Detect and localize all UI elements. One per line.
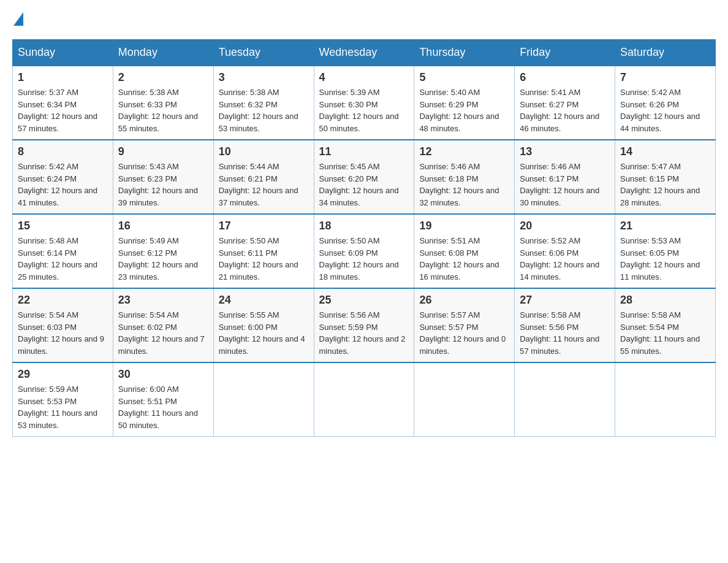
day-info: Sunrise: 5:43 AMSunset: 6:23 PMDaylight:… xyxy=(118,161,208,209)
day-info: Sunrise: 5:59 AMSunset: 5:53 PMDaylight:… xyxy=(18,383,108,431)
day-number: 12 xyxy=(419,145,509,158)
calendar-cell: 24Sunrise: 5:55 AMSunset: 6:00 PMDayligh… xyxy=(213,288,314,362)
day-number: 5 xyxy=(419,71,509,84)
calendar-cell: 15Sunrise: 5:48 AMSunset: 6:14 PMDayligh… xyxy=(13,214,113,288)
day-info: Sunrise: 5:42 AMSunset: 6:26 PMDaylight:… xyxy=(620,86,710,134)
day-number: 30 xyxy=(118,368,208,381)
day-number: 19 xyxy=(419,220,509,232)
week-row-1: 1Sunrise: 5:37 AMSunset: 6:34 PMDaylight… xyxy=(13,66,716,140)
day-number: 8 xyxy=(18,145,108,158)
day-number: 26 xyxy=(419,294,509,307)
day-info: Sunrise: 5:46 AMSunset: 6:18 PMDaylight:… xyxy=(419,161,509,209)
day-info: Sunrise: 5:44 AMSunset: 6:21 PMDaylight:… xyxy=(219,161,309,209)
day-number: 1 xyxy=(18,71,108,84)
day-info: Sunrise: 5:37 AMSunset: 6:34 PMDaylight:… xyxy=(18,86,108,134)
day-info: Sunrise: 5:50 AMSunset: 6:09 PMDaylight:… xyxy=(319,235,409,283)
day-info: Sunrise: 5:50 AMSunset: 6:11 PMDaylight:… xyxy=(219,235,309,283)
day-info: Sunrise: 5:47 AMSunset: 6:15 PMDaylight:… xyxy=(620,161,710,209)
day-number: 18 xyxy=(319,220,409,232)
day-info: Sunrise: 5:54 AMSunset: 6:03 PMDaylight:… xyxy=(18,309,108,357)
calendar-cell: 12Sunrise: 5:46 AMSunset: 6:18 PMDayligh… xyxy=(414,140,515,214)
day-info: Sunrise: 5:55 AMSunset: 6:00 PMDaylight:… xyxy=(219,309,309,357)
logo-triangle-icon xyxy=(13,12,23,26)
calendar-cell: 23Sunrise: 5:54 AMSunset: 6:02 PMDayligh… xyxy=(113,288,213,362)
column-header-saturday: Saturday xyxy=(615,40,716,66)
day-info: Sunrise: 5:51 AMSunset: 6:08 PMDaylight:… xyxy=(419,235,509,283)
calendar-cell xyxy=(515,362,615,437)
day-number: 17 xyxy=(219,220,309,232)
calendar-cell: 7Sunrise: 5:42 AMSunset: 6:26 PMDaylight… xyxy=(615,66,716,140)
day-number: 24 xyxy=(219,294,309,307)
calendar-cell xyxy=(414,362,515,437)
calendar-cell: 16Sunrise: 5:49 AMSunset: 6:12 PMDayligh… xyxy=(113,214,213,288)
column-header-monday: Monday xyxy=(113,40,213,66)
week-row-3: 15Sunrise: 5:48 AMSunset: 6:14 PMDayligh… xyxy=(13,214,716,288)
calendar-cell: 22Sunrise: 5:54 AMSunset: 6:03 PMDayligh… xyxy=(13,288,113,362)
column-header-sunday: Sunday xyxy=(13,40,113,66)
calendar-cell xyxy=(213,362,314,437)
day-number: 3 xyxy=(219,71,309,84)
calendar-header-row: SundayMondayTuesdayWednesdayThursdayFrid… xyxy=(13,40,716,66)
day-info: Sunrise: 5:49 AMSunset: 6:12 PMDaylight:… xyxy=(118,235,208,283)
day-number: 21 xyxy=(620,220,710,232)
calendar-cell: 26Sunrise: 5:57 AMSunset: 5:57 PMDayligh… xyxy=(414,288,515,362)
calendar-cell: 6Sunrise: 5:41 AMSunset: 6:27 PMDaylight… xyxy=(515,66,615,140)
day-info: Sunrise: 5:46 AMSunset: 6:17 PMDaylight:… xyxy=(520,161,610,209)
calendar-cell: 1Sunrise: 5:37 AMSunset: 6:34 PMDaylight… xyxy=(13,66,113,140)
calendar-cell: 10Sunrise: 5:44 AMSunset: 6:21 PMDayligh… xyxy=(213,140,314,214)
column-header-wednesday: Wednesday xyxy=(314,40,414,66)
calendar-cell: 18Sunrise: 5:50 AMSunset: 6:09 PMDayligh… xyxy=(314,214,414,288)
calendar-cell: 4Sunrise: 5:39 AMSunset: 6:30 PMDaylight… xyxy=(314,66,414,140)
day-info: Sunrise: 5:41 AMSunset: 6:27 PMDaylight:… xyxy=(520,86,610,134)
calendar-cell: 29Sunrise: 5:59 AMSunset: 5:53 PMDayligh… xyxy=(13,362,113,437)
day-number: 22 xyxy=(18,294,108,307)
day-info: Sunrise: 5:40 AMSunset: 6:29 PMDaylight:… xyxy=(419,86,509,134)
day-info: Sunrise: 5:39 AMSunset: 6:30 PMDaylight:… xyxy=(319,86,409,134)
day-info: Sunrise: 5:38 AMSunset: 6:33 PMDaylight:… xyxy=(118,86,208,134)
day-info: Sunrise: 5:54 AMSunset: 6:02 PMDaylight:… xyxy=(118,309,208,357)
logo xyxy=(12,12,23,27)
calendar-cell: 17Sunrise: 5:50 AMSunset: 6:11 PMDayligh… xyxy=(213,214,314,288)
calendar-cell: 14Sunrise: 5:47 AMSunset: 6:15 PMDayligh… xyxy=(615,140,716,214)
day-number: 29 xyxy=(18,368,108,381)
calendar-cell xyxy=(314,362,414,437)
day-info: Sunrise: 5:52 AMSunset: 6:06 PMDaylight:… xyxy=(520,235,610,283)
day-info: Sunrise: 5:45 AMSunset: 6:20 PMDaylight:… xyxy=(319,161,409,209)
calendar-cell: 11Sunrise: 5:45 AMSunset: 6:20 PMDayligh… xyxy=(314,140,414,214)
calendar-cell: 20Sunrise: 5:52 AMSunset: 6:06 PMDayligh… xyxy=(515,214,615,288)
day-number: 28 xyxy=(620,294,710,307)
calendar-cell: 9Sunrise: 5:43 AMSunset: 6:23 PMDaylight… xyxy=(113,140,213,214)
day-number: 7 xyxy=(620,71,710,84)
week-row-4: 22Sunrise: 5:54 AMSunset: 6:03 PMDayligh… xyxy=(13,288,716,362)
day-number: 27 xyxy=(520,294,610,307)
calendar-cell xyxy=(615,362,716,437)
day-number: 13 xyxy=(520,145,610,158)
calendar-cell: 3Sunrise: 5:38 AMSunset: 6:32 PMDaylight… xyxy=(213,66,314,140)
day-info: Sunrise: 5:48 AMSunset: 6:14 PMDaylight:… xyxy=(18,235,108,283)
calendar-cell: 8Sunrise: 5:42 AMSunset: 6:24 PMDaylight… xyxy=(13,140,113,214)
week-row-5: 29Sunrise: 5:59 AMSunset: 5:53 PMDayligh… xyxy=(13,362,716,437)
day-number: 20 xyxy=(520,220,610,232)
day-number: 10 xyxy=(219,145,309,158)
day-number: 2 xyxy=(118,71,208,84)
day-info: Sunrise: 5:56 AMSunset: 5:59 PMDaylight:… xyxy=(319,309,409,357)
day-number: 25 xyxy=(319,294,409,307)
day-number: 16 xyxy=(118,220,208,232)
day-number: 14 xyxy=(620,145,710,158)
day-number: 4 xyxy=(319,71,409,84)
calendar-table: SundayMondayTuesdayWednesdayThursdayFrid… xyxy=(12,39,716,437)
day-info: Sunrise: 5:57 AMSunset: 5:57 PMDaylight:… xyxy=(419,309,509,357)
week-row-2: 8Sunrise: 5:42 AMSunset: 6:24 PMDaylight… xyxy=(13,140,716,214)
day-info: Sunrise: 5:58 AMSunset: 5:54 PMDaylight:… xyxy=(620,309,710,357)
calendar-cell: 28Sunrise: 5:58 AMSunset: 5:54 PMDayligh… xyxy=(615,288,716,362)
day-info: Sunrise: 5:42 AMSunset: 6:24 PMDaylight:… xyxy=(18,161,108,209)
column-header-thursday: Thursday xyxy=(414,40,515,66)
day-number: 23 xyxy=(118,294,208,307)
day-number: 15 xyxy=(18,220,108,232)
calendar-cell: 21Sunrise: 5:53 AMSunset: 6:05 PMDayligh… xyxy=(615,214,716,288)
day-info: Sunrise: 5:53 AMSunset: 6:05 PMDaylight:… xyxy=(620,235,710,283)
calendar-cell: 25Sunrise: 5:56 AMSunset: 5:59 PMDayligh… xyxy=(314,288,414,362)
day-number: 11 xyxy=(319,145,409,158)
day-info: Sunrise: 5:58 AMSunset: 5:56 PMDaylight:… xyxy=(520,309,610,357)
page-header xyxy=(12,12,716,27)
